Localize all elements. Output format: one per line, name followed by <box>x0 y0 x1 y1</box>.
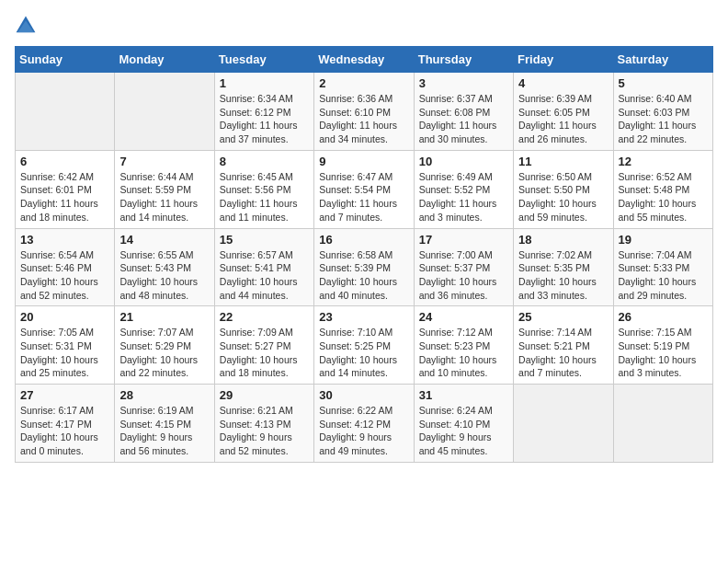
calendar-week-3: 13Sunrise: 6:54 AMSunset: 5:46 PMDayligh… <box>16 228 713 306</box>
logo-icon <box>15 15 37 37</box>
calendar-cell: 7Sunrise: 6:44 AMSunset: 5:59 PMDaylight… <box>115 150 214 228</box>
day-info: Sunrise: 6:36 AMSunset: 6:10 PMDaylight:… <box>319 92 408 146</box>
day-info: Sunrise: 7:15 AMSunset: 5:19 PMDaylight:… <box>619 326 708 380</box>
day-info: Sunrise: 6:24 AMSunset: 4:10 PMDaylight:… <box>419 404 508 458</box>
day-number: 26 <box>619 310 708 324</box>
weekday-header-wednesday: Wednesday <box>314 47 414 73</box>
day-info: Sunrise: 6:39 AMSunset: 6:05 PMDaylight:… <box>518 92 608 146</box>
day-number: 12 <box>619 155 708 168</box>
calendar-cell: 23Sunrise: 7:10 AMSunset: 5:25 PMDayligh… <box>314 306 414 385</box>
day-number: 18 <box>518 233 608 247</box>
weekday-header-monday: Monday <box>115 47 214 73</box>
day-number: 3 <box>419 76 508 90</box>
calendar-cell: 24Sunrise: 7:12 AMSunset: 5:23 PMDayligh… <box>414 306 513 385</box>
day-number: 10 <box>419 155 508 168</box>
calendar-cell: 11Sunrise: 6:50 AMSunset: 5:50 PMDayligh… <box>514 150 613 228</box>
day-number: 27 <box>20 388 109 402</box>
day-info: Sunrise: 7:00 AMSunset: 5:37 PMDaylight:… <box>419 248 508 303</box>
calendar-week-4: 20Sunrise: 7:05 AMSunset: 5:31 PMDayligh… <box>16 306 713 385</box>
weekday-header-sunday: Sunday <box>16 47 115 73</box>
calendar-cell: 22Sunrise: 7:09 AMSunset: 5:27 PMDayligh… <box>214 306 313 385</box>
calendar-week-5: 27Sunrise: 6:17 AMSunset: 4:17 PMDayligh… <box>16 385 713 463</box>
day-info: Sunrise: 7:02 AMSunset: 5:35 PMDaylight:… <box>518 248 608 303</box>
day-info: Sunrise: 7:05 AMSunset: 5:31 PMDaylight:… <box>20 326 109 380</box>
day-number: 20 <box>20 310 109 324</box>
calendar-cell: 8Sunrise: 6:45 AMSunset: 5:56 PMDaylight… <box>214 150 313 228</box>
day-info: Sunrise: 6:34 AMSunset: 6:12 PMDaylight:… <box>220 92 309 146</box>
day-info: Sunrise: 7:09 AMSunset: 5:27 PMDaylight:… <box>220 326 309 380</box>
day-number: 13 <box>20 233 109 247</box>
day-number: 29 <box>220 388 309 402</box>
day-info: Sunrise: 6:42 AMSunset: 6:01 PMDaylight:… <box>20 170 109 224</box>
calendar-cell: 15Sunrise: 6:57 AMSunset: 5:41 PMDayligh… <box>214 228 313 306</box>
calendar-cell: 31Sunrise: 6:24 AMSunset: 4:10 PMDayligh… <box>414 385 513 463</box>
day-number: 1 <box>220 76 309 90</box>
day-info: Sunrise: 6:55 AMSunset: 5:43 PMDaylight:… <box>119 248 209 303</box>
day-number: 24 <box>419 310 508 324</box>
calendar-cell: 18Sunrise: 7:02 AMSunset: 5:35 PMDayligh… <box>514 228 613 306</box>
day-info: Sunrise: 6:22 AMSunset: 4:12 PMDaylight:… <box>319 404 408 458</box>
day-info: Sunrise: 6:54 AMSunset: 5:46 PMDaylight:… <box>20 248 109 303</box>
day-number: 2 <box>319 76 408 90</box>
day-info: Sunrise: 6:45 AMSunset: 5:56 PMDaylight:… <box>220 170 309 224</box>
calendar-cell: 30Sunrise: 6:22 AMSunset: 4:12 PMDayligh… <box>314 385 414 463</box>
calendar-cell: 17Sunrise: 7:00 AMSunset: 5:37 PMDayligh… <box>414 228 513 306</box>
calendar-week-2: 6Sunrise: 6:42 AMSunset: 6:01 PMDaylight… <box>16 150 713 228</box>
calendar-cell: 10Sunrise: 6:49 AMSunset: 5:52 PMDayligh… <box>414 150 513 228</box>
calendar-cell: 21Sunrise: 7:07 AMSunset: 5:29 PMDayligh… <box>115 306 214 385</box>
calendar-week-1: 1Sunrise: 6:34 AMSunset: 6:12 PMDaylight… <box>16 73 713 151</box>
calendar-cell: 12Sunrise: 6:52 AMSunset: 5:48 PMDayligh… <box>613 150 712 228</box>
day-number: 9 <box>319 155 408 168</box>
calendar-cell: 28Sunrise: 6:19 AMSunset: 4:15 PMDayligh… <box>115 385 214 463</box>
calendar-cell: 27Sunrise: 6:17 AMSunset: 4:17 PMDayligh… <box>16 385 115 463</box>
day-info: Sunrise: 7:10 AMSunset: 5:25 PMDaylight:… <box>319 326 408 380</box>
day-number: 21 <box>119 310 209 324</box>
day-number: 31 <box>419 388 508 402</box>
day-number: 14 <box>119 233 209 247</box>
calendar-cell <box>613 385 712 463</box>
calendar-cell: 13Sunrise: 6:54 AMSunset: 5:46 PMDayligh… <box>16 228 115 306</box>
day-number: 16 <box>319 233 408 247</box>
calendar-table: SundayMondayTuesdayWednesdayThursdayFrid… <box>15 46 713 463</box>
day-info: Sunrise: 6:47 AMSunset: 5:54 PMDaylight:… <box>319 170 408 224</box>
day-info: Sunrise: 6:52 AMSunset: 5:48 PMDaylight:… <box>619 170 708 224</box>
day-number: 23 <box>319 310 408 324</box>
calendar-cell: 20Sunrise: 7:05 AMSunset: 5:31 PMDayligh… <box>16 306 115 385</box>
day-info: Sunrise: 6:37 AMSunset: 6:08 PMDaylight:… <box>419 92 508 146</box>
day-info: Sunrise: 6:49 AMSunset: 5:52 PMDaylight:… <box>419 170 508 224</box>
day-number: 4 <box>518 76 608 90</box>
day-info: Sunrise: 6:57 AMSunset: 5:41 PMDaylight:… <box>220 248 309 303</box>
weekday-header-friday: Friday <box>514 47 613 73</box>
day-number: 15 <box>220 233 309 247</box>
day-info: Sunrise: 6:21 AMSunset: 4:13 PMDaylight:… <box>220 404 309 458</box>
day-number: 22 <box>220 310 309 324</box>
calendar-cell: 19Sunrise: 7:04 AMSunset: 5:33 PMDayligh… <box>613 228 712 306</box>
day-info: Sunrise: 6:50 AMSunset: 5:50 PMDaylight:… <box>518 170 608 224</box>
day-info: Sunrise: 6:40 AMSunset: 6:03 PMDaylight:… <box>619 92 708 146</box>
weekday-header-tuesday: Tuesday <box>214 47 313 73</box>
calendar-cell: 26Sunrise: 7:15 AMSunset: 5:19 PMDayligh… <box>613 306 712 385</box>
day-number: 7 <box>119 155 209 168</box>
calendar-cell: 29Sunrise: 6:21 AMSunset: 4:13 PMDayligh… <box>214 385 313 463</box>
day-number: 11 <box>518 155 608 168</box>
calendar-cell: 25Sunrise: 7:14 AMSunset: 5:21 PMDayligh… <box>514 306 613 385</box>
calendar-cell: 14Sunrise: 6:55 AMSunset: 5:43 PMDayligh… <box>115 228 214 306</box>
day-number: 30 <box>319 388 408 402</box>
day-number: 17 <box>419 233 508 247</box>
logo <box>15 15 40 37</box>
calendar-cell: 4Sunrise: 6:39 AMSunset: 6:05 PMDaylight… <box>514 73 613 151</box>
calendar-cell: 5Sunrise: 6:40 AMSunset: 6:03 PMDaylight… <box>613 73 712 151</box>
weekday-header-thursday: Thursday <box>414 47 513 73</box>
day-info: Sunrise: 6:19 AMSunset: 4:15 PMDaylight:… <box>119 404 209 458</box>
day-info: Sunrise: 7:12 AMSunset: 5:23 PMDaylight:… <box>419 326 508 380</box>
calendar-cell: 3Sunrise: 6:37 AMSunset: 6:08 PMDaylight… <box>414 73 513 151</box>
calendar-cell: 16Sunrise: 6:58 AMSunset: 5:39 PMDayligh… <box>314 228 414 306</box>
calendar-cell: 6Sunrise: 6:42 AMSunset: 6:01 PMDaylight… <box>16 150 115 228</box>
calendar-cell <box>16 73 115 151</box>
calendar-cell <box>115 73 214 151</box>
day-info: Sunrise: 7:07 AMSunset: 5:29 PMDaylight:… <box>119 326 209 380</box>
calendar-cell: 2Sunrise: 6:36 AMSunset: 6:10 PMDaylight… <box>314 73 414 151</box>
calendar-cell <box>514 385 613 463</box>
day-info: Sunrise: 6:58 AMSunset: 5:39 PMDaylight:… <box>319 248 408 303</box>
day-info: Sunrise: 7:04 AMSunset: 5:33 PMDaylight:… <box>619 248 708 303</box>
